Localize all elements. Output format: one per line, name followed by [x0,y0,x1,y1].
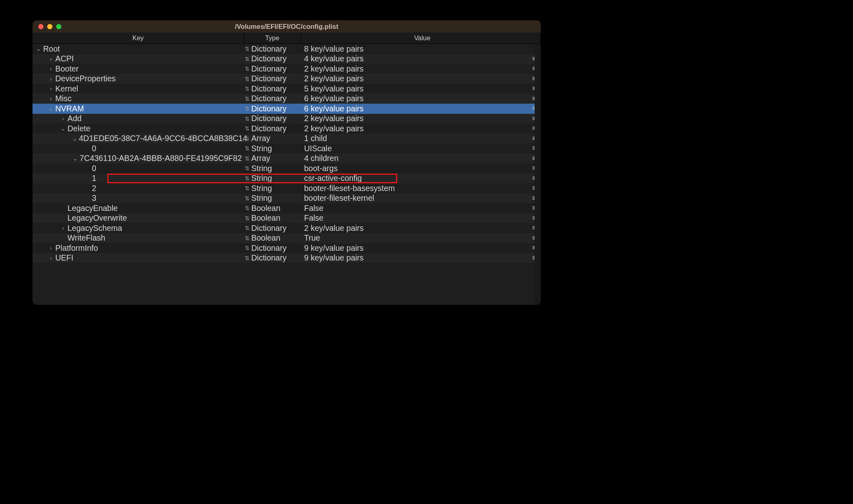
key-cell[interactable]: 0 [33,144,244,153]
header-value[interactable]: Value [301,33,541,43]
value-cell[interactable]: True [301,233,528,243]
table-row[interactable]: ›Misc⇅Dictionary6 key/value pairs≡ [33,94,541,104]
value-cell[interactable]: 1 child [301,134,528,143]
key-cell[interactable]: ›DeviceProperties [33,74,244,83]
table-row[interactable]: 0⇅StringUIScale≡ [33,143,541,154]
key-cell[interactable]: ⌄7C436110-AB2A-4BBB-A880-FE41995C9F82 [33,154,244,163]
value-cell[interactable]: False [301,204,528,213]
sort-icon[interactable]: ⇅ [244,175,250,182]
table-row[interactable]: ›Booter⇅Dictionary2 key/value pairs≡ [33,64,541,74]
sort-icon[interactable]: ⇅ [244,245,250,251]
chevron-down-icon[interactable]: ⌄ [36,46,41,52]
sort-icon[interactable]: ⇅ [244,65,250,72]
table-row[interactable]: ›Add⇅Dictionary2 key/value pairs≡ [33,114,541,124]
value-cell[interactable]: 2 key/value pairs [301,114,528,123]
key-cell[interactable]: ›Booter [33,64,244,74]
key-cell[interactable]: ›LegacySchema [33,224,244,233]
key-cell[interactable]: ›ACPI [33,54,244,63]
chevron-right-icon[interactable]: › [60,116,66,122]
table-row[interactable]: ›UEFI⇅Dictionary9 key/value pairs≡ [33,253,541,263]
type-cell[interactable]: ⇅Array [244,154,301,163]
key-cell[interactable]: ›Add [33,114,244,123]
sort-icon[interactable]: ⇅ [244,56,250,62]
table-row[interactable]: 1⇅Stringcsr-active-config≡ [33,174,541,184]
sort-icon[interactable]: ⇅ [244,85,250,92]
table-row[interactable]: ›PlatformInfo⇅Dictionary9 key/value pair… [33,243,541,253]
chevron-right-icon[interactable]: › [48,66,54,72]
value-cell[interactable]: UIScale [301,144,528,153]
value-cell[interactable]: 2 key/value pairs [301,124,528,133]
table-row[interactable]: ⌄Root⇅Dictionary8 key/value pairs≡ [33,44,541,54]
key-cell[interactable]: ⌄NVRAM [33,104,244,113]
key-cell[interactable]: LegacyEnable [33,204,244,213]
sort-icon[interactable]: ⇅ [244,255,250,261]
key-cell[interactable]: ⌄Root [33,44,244,54]
table-row[interactable]: 3⇅Stringbooter-fileset-kernel≡ [33,193,541,204]
header-key[interactable]: Key [33,33,244,43]
key-cell[interactable]: LegacyOverwrite [33,213,244,223]
value-cell[interactable]: csr-active-config [301,174,528,183]
sort-icon[interactable]: ⇅ [244,215,250,222]
sort-icon[interactable]: ⇅ [244,205,250,211]
type-cell[interactable]: ⇅Dictionary [244,253,301,263]
type-cell[interactable]: ⇅Dictionary [244,224,301,233]
type-cell[interactable]: ⇅String [244,184,301,193]
value-cell[interactable]: 2 key/value pairs [301,64,528,74]
type-cell[interactable]: ⇅Dictionary [244,44,301,54]
type-cell[interactable]: ⇅String [244,193,301,203]
type-cell[interactable]: ⇅Dictionary [244,84,301,93]
value-cell[interactable]: 9 key/value pairs [301,253,528,263]
type-cell[interactable]: ⇅Boolean [244,213,301,223]
value-cell[interactable]: 8 key/value pairs [301,44,528,54]
table-row[interactable]: ›LegacySchema⇅Dictionary2 key/value pair… [33,223,541,233]
key-cell[interactable]: 2 [33,184,244,193]
sort-icon[interactable]: ⇅ [244,195,250,202]
chevron-down-icon[interactable]: ⌄ [48,106,54,111]
table-row[interactable]: ›Kernel⇅Dictionary5 key/value pairs≡ [33,84,541,94]
table-row[interactable]: ›ACPI⇅Dictionary4 key/value pairs≡ [33,54,541,64]
chevron-down-icon[interactable]: ⌄ [72,156,78,161]
table-row[interactable]: 0⇅Stringboot-args≡ [33,163,541,174]
sort-icon[interactable]: ⇅ [244,135,250,142]
type-cell[interactable]: ⇅Array [244,134,301,143]
type-cell[interactable]: ⇅String [244,164,301,173]
value-cell[interactable]: booter-fileset-kernel [301,193,528,203]
sort-icon[interactable]: ⇅ [244,46,250,52]
table-row[interactable]: ⌄Delete⇅Dictionary2 key/value pairs≡ [33,124,541,134]
sort-icon[interactable]: ⇅ [244,105,250,112]
table-row[interactable]: ⌄4D1EDE05-38C7-4A6A-9CC6-4BCCA8B38C14⇅Ar… [33,134,541,144]
chevron-right-icon[interactable]: › [48,255,54,261]
sort-icon[interactable]: ⇅ [244,155,250,162]
value-cell[interactable]: boot-args [301,164,528,173]
key-cell[interactable]: ›Kernel [33,84,244,93]
type-cell[interactable]: ⇅Dictionary [244,74,301,83]
key-cell[interactable]: WriteFlash [33,233,244,243]
type-cell[interactable]: ⇅Boolean [244,233,301,243]
sort-icon[interactable]: ⇅ [244,145,250,152]
chevron-right-icon[interactable]: › [48,56,54,62]
type-cell[interactable]: ⇅Dictionary [244,124,301,133]
sort-icon[interactable]: ⇅ [244,125,250,132]
value-cell[interactable]: 2 key/value pairs [301,74,528,83]
key-cell[interactable]: 1 [33,174,244,183]
chevron-right-icon[interactable]: › [48,245,54,251]
chevron-down-icon[interactable]: ⌄ [72,136,77,141]
sort-icon[interactable]: ⇅ [244,235,250,241]
type-cell[interactable]: ⇅String [244,144,301,153]
key-cell[interactable]: ⌄Delete [33,124,244,133]
scrollbar[interactable] [535,44,541,305]
table-row[interactable]: LegacyEnable⇅BooleanFalse≡ [33,203,541,213]
table-row[interactable]: ›DeviceProperties⇅Dictionary2 key/value … [33,74,541,84]
type-cell[interactable]: ⇅Dictionary [244,64,301,74]
key-cell[interactable]: ›UEFI [33,253,244,263]
header-type[interactable]: Type [244,33,301,43]
value-cell[interactable]: 6 key/value pairs [301,104,528,113]
key-cell[interactable]: ›PlatformInfo [33,243,244,253]
chevron-right-icon[interactable]: › [60,225,66,231]
value-cell[interactable]: booter-fileset-basesystem [301,184,528,193]
table-row[interactable]: LegacyOverwrite⇅BooleanFalse≡ [33,213,541,224]
key-cell[interactable]: ⌄4D1EDE05-38C7-4A6A-9CC6-4BCCA8B38C14 [33,134,244,143]
sort-icon[interactable]: ⇅ [244,225,250,231]
type-cell[interactable]: ⇅Boolean [244,204,301,213]
chevron-down-icon[interactable]: ⌄ [60,126,66,131]
